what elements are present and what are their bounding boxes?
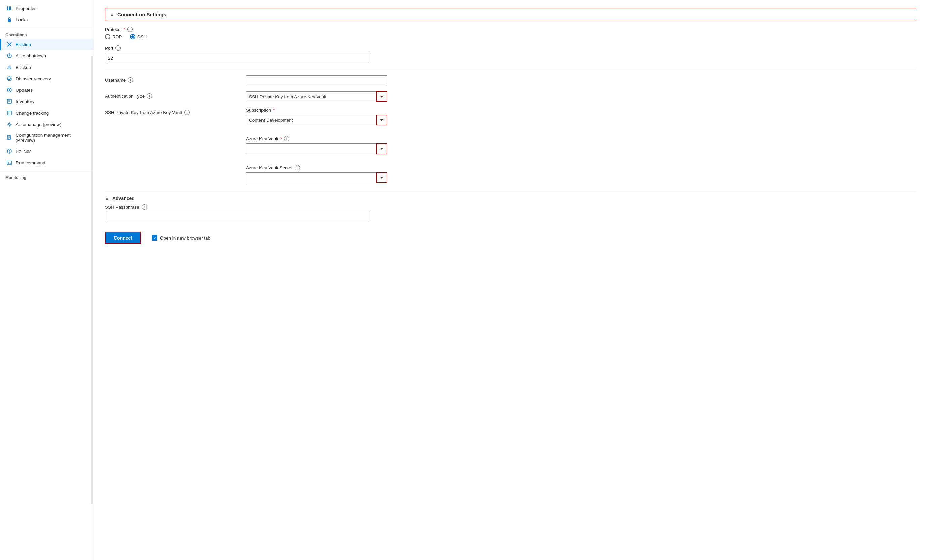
connection-settings-header[interactable]: ▲ Connection Settings	[105, 8, 916, 21]
ssh-passphrase-info-icon[interactable]: i	[141, 204, 147, 209]
monitoring-section-label: Monitoring	[0, 171, 94, 181]
policies-icon	[6, 148, 12, 154]
subscription-required: *	[273, 108, 275, 112]
protocol-required: *	[124, 27, 125, 32]
sidebar-divider-1	[0, 27, 94, 27]
username-info-icon[interactable]: i	[128, 77, 133, 83]
sidebar-item-backup[interactable]: Backup	[0, 61, 94, 73]
svg-rect-0	[7, 6, 8, 11]
auth-type-dropdown-btn[interactable]	[377, 91, 387, 102]
sidebar-item-change-tracking[interactable]: Change tracking	[0, 107, 94, 118]
bottom-bar: Connect ✓ Open in new browser tab	[105, 229, 916, 244]
checkbox-check-icon: ✓	[153, 236, 156, 240]
username-input[interactable]	[246, 75, 387, 86]
svg-point-12	[8, 123, 11, 125]
svg-point-16	[9, 152, 10, 153]
keyvault-label-col: SSH Private Key from Azure Key Vault i	[105, 108, 246, 117]
username-form-row: Username i	[105, 75, 916, 86]
ssh-passphrase-label: SSH Passphrase i	[105, 204, 916, 209]
operations-section-label: Operations	[0, 29, 94, 39]
auth-type-dropdown-input[interactable]	[246, 91, 377, 102]
rdp-label: RDP	[112, 34, 122, 39]
svg-rect-10	[8, 99, 11, 103]
subscription-dropdown-input[interactable]	[246, 115, 377, 125]
sidebar-item-locks-label: Locks	[16, 17, 27, 23]
advanced-header[interactable]: ▲ Advanced	[105, 192, 916, 204]
connect-button[interactable]: Connect	[105, 232, 141, 244]
ssh-passphrase-group: SSH Passphrase i	[105, 204, 916, 222]
automanage-icon	[6, 121, 12, 127]
config-management-icon	[6, 135, 12, 141]
ssh-passphrase-input[interactable]	[105, 212, 371, 222]
locks-icon	[6, 17, 12, 23]
sidebar-divider-2	[0, 170, 94, 170]
protocol-group: Protocol * i RDP SSH	[105, 27, 916, 39]
disaster-recovery-icon	[6, 76, 12, 82]
azure-key-vault-secret-info-icon[interactable]: i	[295, 165, 300, 170]
azure-key-vault-secret-group: Azure Key Vault Secret i	[246, 165, 916, 183]
subscription-group: Subscription *	[246, 108, 916, 125]
sidebar-item-automanage[interactable]: Automanage (preview)	[0, 118, 94, 130]
auth-type-chevron-down-icon	[380, 96, 383, 98]
sidebar-item-disaster-recovery-label: Disaster recovery	[16, 76, 51, 81]
sidebar-item-updates[interactable]: Updates	[0, 84, 94, 96]
sidebar-item-bastion[interactable]: Bastion	[0, 39, 94, 50]
sidebar-item-disaster-recovery[interactable]: Disaster recovery	[0, 73, 94, 84]
azure-key-vault-info-icon[interactable]: i	[284, 136, 289, 141]
protocol-rdp-option[interactable]: RDP	[105, 34, 122, 39]
subscription-dropdown-btn[interactable]	[377, 115, 387, 125]
auth-type-info-icon[interactable]: i	[147, 93, 152, 99]
sidebar-item-config-management[interactable]: Configuration management (Preview)	[0, 130, 94, 146]
bastion-icon	[6, 41, 12, 47]
sidebar: Properties Locks Operations Bastion	[0, 0, 94, 560]
port-input[interactable]	[105, 53, 371, 64]
connection-settings-collapse-icon: ▲	[110, 12, 114, 17]
username-input-col	[246, 75, 916, 86]
azure-key-vault-secret-dropdown-input[interactable]	[246, 172, 377, 183]
sidebar-item-inventory[interactable]: Inventory	[0, 96, 94, 107]
azure-key-vault-group: Azure Key Vault * i	[246, 136, 916, 154]
sidebar-item-config-management-label: Configuration management (Preview)	[16, 133, 88, 143]
sidebar-item-locks[interactable]: Locks	[0, 14, 94, 26]
auto-shutdown-icon	[6, 53, 12, 59]
keyvault-fields-col: Subscription * Azure Key Vault * i	[246, 108, 916, 189]
port-divider	[105, 70, 916, 70]
sidebar-item-auto-shutdown[interactable]: Auto-shutdown	[0, 50, 94, 61]
sidebar-item-backup-label: Backup	[16, 65, 31, 70]
keyvault-info-icon[interactable]: i	[184, 109, 190, 115]
updates-icon	[6, 87, 12, 93]
ssh-label: SSH	[137, 34, 147, 39]
protocol-info-icon[interactable]: i	[128, 27, 133, 32]
open-new-tab-wrapper[interactable]: ✓ Open in new browser tab	[152, 235, 210, 241]
sidebar-item-run-command[interactable]: Run command	[0, 157, 94, 168]
azure-key-vault-label: Azure Key Vault * i	[246, 136, 916, 141]
auth-type-label: Authentication Type i	[105, 93, 246, 99]
rdp-radio[interactable]	[105, 34, 110, 39]
port-label: Port i	[105, 46, 916, 51]
sidebar-item-properties-label: Properties	[16, 6, 36, 11]
azure-key-vault-dropdown-input[interactable]	[246, 143, 377, 154]
sidebar-item-change-tracking-label: Change tracking	[16, 111, 49, 115]
azure-key-vault-secret-label: Azure Key Vault Secret i	[246, 165, 916, 170]
azure-key-vault-dropdown	[246, 143, 387, 154]
svg-rect-2	[11, 6, 11, 11]
azure-key-vault-secret-dropdown	[246, 172, 387, 183]
azure-key-vault-dropdown-btn[interactable]	[377, 143, 387, 154]
keyvault-section: SSH Private Key from Azure Key Vault i S…	[105, 108, 916, 189]
backup-icon	[6, 64, 12, 70]
open-new-tab-checkbox[interactable]: ✓	[152, 235, 157, 241]
sidebar-item-properties[interactable]: Properties	[0, 3, 94, 14]
main-content: ▲ Connection Settings Protocol * i RDP S…	[94, 0, 927, 560]
ssh-radio[interactable]	[130, 34, 135, 39]
subscription-label: Subscription *	[246, 108, 916, 112]
sidebar-item-policies[interactable]: Policies	[0, 146, 94, 157]
azure-key-vault-secret-dropdown-btn[interactable]	[377, 172, 387, 183]
port-info-icon[interactable]: i	[115, 46, 121, 51]
auth-type-dropdown	[246, 91, 387, 102]
svg-point-9	[9, 90, 10, 91]
auth-type-label-col: Authentication Type i	[105, 91, 246, 101]
azure-key-vault-required: *	[280, 137, 282, 141]
inventory-icon	[6, 99, 12, 105]
protocol-ssh-option[interactable]: SSH	[130, 34, 147, 39]
svg-rect-3	[8, 20, 11, 22]
